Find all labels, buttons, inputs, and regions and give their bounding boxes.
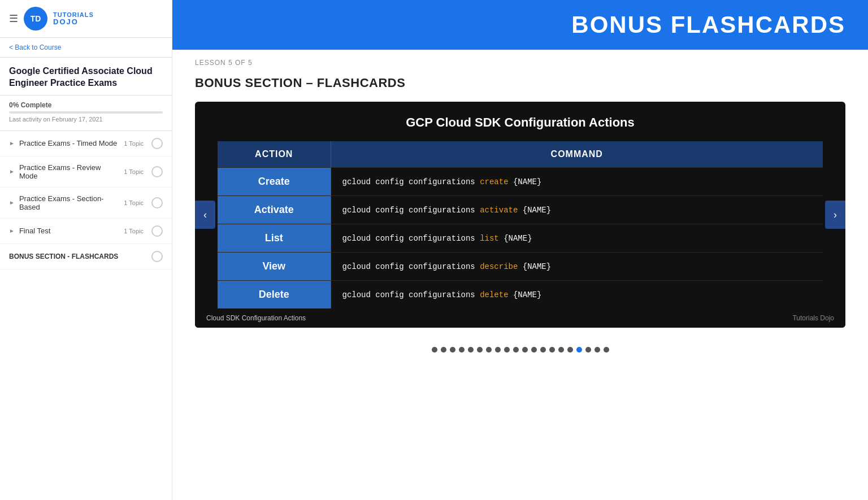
slide-dot[interactable] [504, 347, 510, 353]
slide-dot[interactable] [459, 347, 465, 353]
chevron-right-icon-4: ► [9, 228, 15, 234]
slide-dot[interactable] [486, 347, 492, 353]
chevron-right-icon-3: ► [9, 199, 15, 206]
action-cell-delete: Delete [218, 281, 331, 309]
command-cell-create: gcloud config configurations create {NAM… [331, 168, 823, 196]
lesson-info: LESSON 5 OF 5 [172, 50, 868, 71]
flashcard-heading: GCP Cloud SDK Configuration Actions [218, 115, 823, 130]
topic-count-timed: 1 Topic [124, 140, 144, 147]
flashcard-table: ACTION COMMAND Create gcloud config conf… [218, 141, 823, 308]
slide-dot[interactable] [450, 347, 455, 353]
nav-item-review-mode[interactable]: ► Practice Exams - Review Mode 1 Topic [0, 156, 172, 188]
progress-area: 0% Complete Last activity on February 17… [0, 95, 172, 131]
command-cell-view: gcloud config configurations describe {N… [331, 253, 823, 281]
logo-text: TUTORIALS DOJO [53, 11, 94, 26]
slide-dot[interactable] [468, 347, 474, 353]
command-cell-delete: gcloud config configurations delete {NAM… [331, 281, 823, 309]
hamburger-icon[interactable]: ☰ [9, 12, 18, 25]
action-cell-view: View [218, 253, 331, 281]
main-content: BONUS FLASHCARDS LESSON 5 OF 5 BONUS SEC… [172, 0, 868, 500]
chevron-right-icon: ► [9, 140, 15, 146]
sidebar-header: ☰ TD TUTORIALS DOJO [0, 0, 172, 38]
slide-dot[interactable] [495, 347, 501, 353]
flashcard-container: ‹ GCP Cloud SDK Configuration Actions AC… [195, 102, 845, 328]
progress-circle-bonus [151, 251, 163, 262]
sidebar: ☰ TD TUTORIALS DOJO < Back to Course Goo… [0, 0, 172, 500]
next-slide-button[interactable]: › [825, 201, 845, 229]
footer-brand: Tutorials Dojo [792, 314, 834, 322]
table-row: Activate gcloud config configurations ac… [218, 196, 823, 224]
slide-dot[interactable] [576, 347, 582, 353]
command-cell-list: gcloud config configurations list {NAME} [331, 224, 823, 253]
table-row: View gcloud config configurations descri… [218, 253, 823, 281]
course-title: Google Certified Associate Cloud Enginee… [9, 66, 163, 89]
action-cell-create: Create [218, 168, 331, 196]
back-to-course-link[interactable]: < Back to Course [0, 38, 172, 58]
logo-bottom: DOJO [53, 18, 94, 26]
course-title-area: Google Certified Associate Cloud Enginee… [0, 58, 172, 95]
nav-items: ► Practice Exams - Timed Mode 1 Topic ► … [0, 131, 172, 500]
logo-icon: TD [24, 7, 47, 31]
progress-bar-container [9, 111, 163, 114]
slide-dots [172, 339, 868, 364]
table-header-action: ACTION [218, 141, 331, 168]
slide-dot[interactable] [441, 347, 446, 353]
last-activity: Last activity on February 17, 2021 [9, 116, 163, 123]
table-row: List gcloud config configurations list {… [218, 224, 823, 253]
nav-label-final: Final Test [19, 227, 119, 235]
slide-dot[interactable] [477, 347, 483, 353]
footer-label: Cloud SDK Configuration Actions [206, 314, 306, 322]
prev-slide-button[interactable]: ‹ [195, 201, 215, 229]
slide-dot[interactable] [549, 347, 555, 353]
bonus-label: BONUS SECTION - FLASHCARDS [9, 253, 118, 260]
top-banner: BONUS FLASHCARDS [172, 0, 868, 50]
table-row: Create gcloud config configurations crea… [218, 168, 823, 196]
progress-circle-final [151, 225, 163, 237]
progress-circle-review [151, 166, 163, 177]
progress-circle-section [151, 197, 163, 208]
progress-circle-timed [151, 138, 163, 149]
slide-dot[interactable] [540, 347, 546, 353]
slide-dot[interactable] [432, 347, 437, 353]
table-row: Delete gcloud config configurations dele… [218, 281, 823, 309]
nav-item-section-based[interactable]: ► Practice Exams - Section-Based 1 Topic [0, 188, 172, 219]
slide-dot[interactable] [604, 347, 609, 353]
nav-label-timed: Practice Exams - Timed Mode [19, 139, 119, 147]
topic-count-review: 1 Topic [124, 168, 144, 175]
slide-dot[interactable] [567, 347, 573, 353]
nav-item-timed-mode[interactable]: ► Practice Exams - Timed Mode 1 Topic [0, 131, 172, 156]
nav-item-bonus-flashcards[interactable]: BONUS SECTION - FLASHCARDS [0, 244, 172, 269]
topic-count-final: 1 Topic [124, 228, 144, 234]
flashcard-inner: GCP Cloud SDK Configuration Actions ACTI… [195, 102, 845, 308]
slide-dot[interactable] [585, 347, 591, 353]
nav-label-section: Practice Exams - Section-Based [19, 194, 119, 211]
nav-item-final-test[interactable]: ► Final Test 1 Topic [0, 219, 172, 244]
slide-dot[interactable] [558, 347, 564, 353]
banner-title: BONUS FLASHCARDS [571, 11, 845, 38]
action-cell-activate: Activate [218, 196, 331, 224]
nav-label-review: Practice Exams - Review Mode [19, 163, 119, 180]
slide-dot[interactable] [513, 347, 519, 353]
flashcard-footer: Cloud SDK Configuration Actions Tutorial… [195, 308, 845, 328]
chevron-right-icon-2: ► [9, 168, 15, 175]
progress-percent: 0% Complete [9, 101, 163, 109]
topic-count-section: 1 Topic [124, 199, 144, 206]
slide-dot[interactable] [594, 347, 600, 353]
slide-dot[interactable] [531, 347, 537, 353]
table-header-command: COMMAND [331, 141, 823, 168]
action-cell-list: List [218, 224, 331, 253]
command-cell-activate: gcloud config configurations activate {N… [331, 196, 823, 224]
slide-dot[interactable] [522, 347, 528, 353]
section-heading: BONUS SECTION – FLASHCARDS [172, 71, 868, 102]
